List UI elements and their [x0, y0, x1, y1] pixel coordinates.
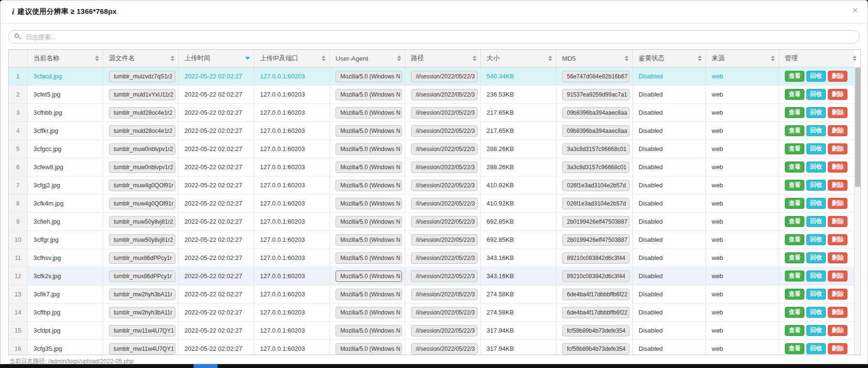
user-agent-box[interactable]: Mozilla/5.0 (Windows N	[336, 289, 402, 300]
source-filename-box[interactable]: tumblr_muw4g0QOf91r	[109, 198, 175, 209]
delete-button[interactable]: 删除	[828, 89, 847, 100]
path-box[interactable]: /i/session/2022/05/22/3	[411, 307, 477, 318]
delete-button[interactable]: 删除	[828, 71, 847, 82]
table-scrollbar[interactable]	[854, 67, 860, 355]
delete-button[interactable]: 删除	[828, 216, 847, 227]
column-header--[interactable]: 上传时间	[179, 50, 254, 67]
column-header--[interactable]: 管理	[779, 50, 860, 67]
delete-button[interactable]: 删除	[828, 162, 847, 173]
md5-box[interactable]: 56e747d084e82b16b67	[562, 71, 629, 82]
recycle-button[interactable]: 回收	[806, 125, 826, 136]
source-filename-box[interactable]: tumblr_muw4g0QOf91r	[109, 180, 175, 191]
recycle-button[interactable]: 回收	[806, 252, 826, 263]
table-row[interactable]: 13cfacd.jpgtumblr_muizvdz7qS1r22022-05-2…	[9, 67, 854, 86]
column-header-md5[interactable]: MD5	[556, 50, 633, 67]
md5-box[interactable]: 89210c083842d6c3f44	[562, 271, 629, 282]
table-row[interactable]: 33cfhbb.jpgtumblr_muld28oc4e1r22022-05-2…	[9, 104, 854, 122]
recycle-button[interactable]: 回收	[806, 180, 826, 191]
md5-box[interactable]: 2b0199426eff47503887	[562, 234, 629, 246]
delete-button[interactable]: 删除	[828, 143, 847, 154]
view-button[interactable]: 查看	[785, 71, 804, 82]
sort-both-icon[interactable]	[853, 55, 857, 61]
md5-box[interactable]: 09b8396ba394aaec8aa	[562, 107, 629, 119]
delete-button[interactable]: 删除	[828, 107, 847, 118]
user-agent-box[interactable]: Mozilla/5.0 (Windows N	[336, 198, 402, 209]
view-button[interactable]: 查看	[785, 343, 804, 354]
md5-box[interactable]: 89210c083842d6c3f44	[562, 252, 629, 264]
column-header--[interactable]: 源文件名	[103, 50, 179, 67]
path-box[interactable]: /i/session/2022/05/22/3	[411, 198, 477, 209]
sort-both-icon[interactable]	[171, 55, 174, 61]
recycle-button[interactable]: 回收	[806, 198, 826, 209]
search-input[interactable]	[8, 30, 860, 43]
table-row[interactable]: 53cfgcc.jpgtumblr_muw0nblvpv1r22022-05-2…	[9, 140, 854, 158]
source-filename-box[interactable]: tumblr_mw2hyh3bA11r	[109, 289, 175, 300]
delete-button[interactable]: 删除	[828, 180, 847, 191]
table-row[interactable]: 43cffkr.jpgtumblr_muld28oc4e1r22022-05-2…	[9, 122, 854, 140]
user-agent-box[interactable]: Mozilla/5.0 (Windows N	[336, 343, 402, 355]
recycle-button[interactable]: 回收	[806, 71, 826, 82]
delete-button[interactable]: 删除	[828, 271, 847, 281]
source-filename-box[interactable]: tumblr_mw11w4U7QY1	[109, 325, 175, 336]
view-button[interactable]: 查看	[785, 234, 804, 245]
table-row[interactable]: 123cfk2v.jpgtumblr_mux86dPPcy1r2022-05-2…	[9, 267, 854, 285]
user-agent-box[interactable]: Mozilla/5.0 (Windows N	[336, 252, 402, 264]
view-button[interactable]: 查看	[785, 125, 804, 136]
delete-button[interactable]: 删除	[828, 234, 847, 245]
md5-box[interactable]: 3a3c8d3157c96668c01	[562, 143, 629, 155]
path-box[interactable]: /i/session/2022/05/22/3	[411, 343, 477, 355]
source-filename-box[interactable]: tumblr_muw0nblvpv1r2	[109, 143, 175, 155]
view-button[interactable]: 查看	[785, 325, 804, 336]
source-filename-box[interactable]: tumblr_mw2hyh3bA11r	[109, 307, 175, 318]
view-button[interactable]: 查看	[785, 307, 804, 318]
view-button[interactable]: 查看	[785, 198, 804, 209]
sort-both-icon[interactable]	[322, 55, 326, 61]
recycle-button[interactable]: 回收	[806, 216, 826, 227]
column-header--[interactable]: 来源	[706, 50, 779, 67]
md5-box[interactable]: 026f1e3ad3104e2b57d	[562, 180, 629, 191]
delete-button[interactable]: 删除	[828, 252, 847, 263]
column-header-user-agent[interactable]: User-Agent	[330, 50, 405, 67]
user-agent-box[interactable]: Mozilla/5.0 (Windows N	[336, 271, 402, 282]
view-button[interactable]: 查看	[785, 289, 804, 300]
user-agent-box[interactable]: Mozilla/5.0 (Windows N	[336, 125, 402, 137]
table-row[interactable]: 23cfet5.jpgtumblr_muld1vYxU11r22022-05-2…	[9, 86, 854, 104]
user-agent-box[interactable]: Mozilla/5.0 (Windows N	[336, 107, 402, 119]
recycle-button[interactable]: 回收	[806, 307, 826, 318]
md5-box[interactable]: 6de4ba4f17dbbbffb6f22	[562, 289, 629, 300]
user-agent-box[interactable]: Mozilla/5.0 (Windows N	[336, 180, 402, 191]
source-filename-box[interactable]: tumblr_mux86dPPcy1r	[109, 252, 175, 264]
sort-both-icon[interactable]	[698, 55, 702, 61]
source-filename-box[interactable]: tumblr_muld1vYxU11r2	[109, 89, 175, 100]
path-box[interactable]: /i/session/2022/05/22/3	[411, 271, 477, 282]
table-row[interactable]: 153cfdpt.jpgtumblr_mw11w4U7QY12022-05-22…	[9, 322, 854, 340]
path-box[interactable]: /i/session/2022/05/22/3	[411, 71, 477, 82]
table-row[interactable]: 163cfg35.jpgtumblr_mw11w4U7QY12022-05-22…	[9, 340, 854, 355]
recycle-button[interactable]: 回收	[806, 325, 826, 336]
user-agent-box[interactable]: Mozilla/5.0 (Windows N	[336, 71, 402, 82]
path-box[interactable]: /i/session/2022/05/22/3	[411, 234, 477, 246]
path-box[interactable]: /i/session/2022/05/22/3	[411, 180, 477, 191]
sort-both-icon[interactable]	[771, 55, 775, 61]
column-header--[interactable]: 鉴黄状态	[633, 50, 706, 67]
recycle-button[interactable]: 回收	[806, 271, 826, 281]
source-filename-box[interactable]: tumblr_muizvdz7qS1r2	[109, 71, 175, 82]
source-filename-box[interactable]: tumblr_muw0nblvpv1r2	[109, 162, 175, 173]
path-box[interactable]: /i/session/2022/05/22/3	[411, 216, 477, 227]
path-box[interactable]: /i/session/2022/05/22/3	[411, 143, 477, 155]
recycle-button[interactable]: 回收	[806, 143, 826, 154]
delete-button[interactable]: 删除	[828, 198, 847, 209]
user-agent-box[interactable]: Mozilla/5.0 (Windows N	[336, 234, 402, 246]
user-agent-box[interactable]: Mozilla/5.0 (Windows N	[336, 162, 402, 173]
recycle-button[interactable]: 回收	[806, 289, 826, 300]
view-button[interactable]: 查看	[785, 180, 804, 191]
path-box[interactable]: /i/session/2022/05/22/3	[411, 325, 477, 336]
column-header--[interactable]: 当前名称	[28, 50, 103, 67]
user-agent-box[interactable]: Mozilla/5.0 (Windows N	[336, 89, 402, 100]
table-row[interactable]: 83cfk4m.jpgtumblr_muw4g0QOf91r2022-05-22…	[9, 195, 854, 213]
view-button[interactable]: 查看	[785, 107, 804, 118]
column-header--[interactable]: 大小	[481, 50, 556, 67]
path-box[interactable]: /i/session/2022/05/22/3	[411, 162, 477, 173]
sort-both-icon[interactable]	[473, 55, 477, 61]
source-filename-box[interactable]: tumblr_mw11w4U7QY1	[109, 343, 175, 355]
